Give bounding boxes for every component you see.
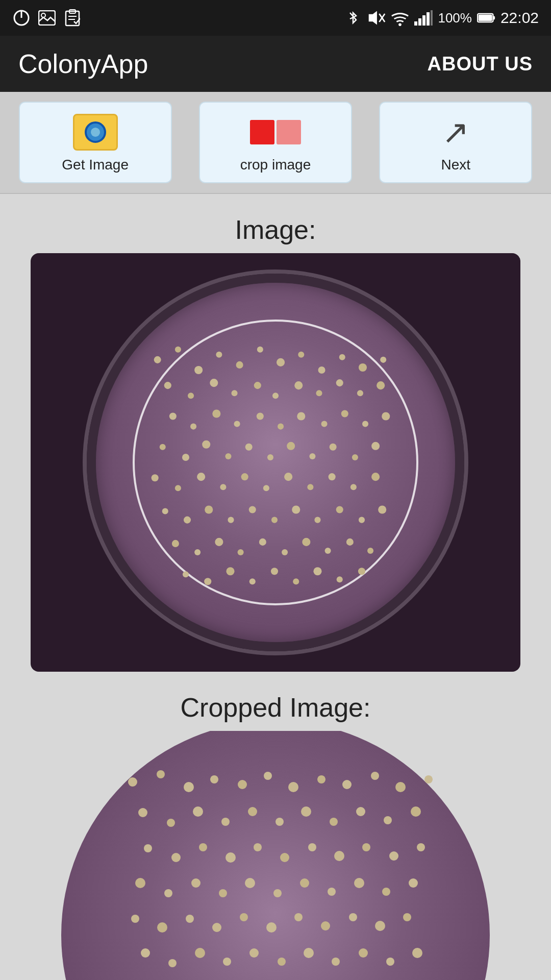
- get-image-button[interactable]: Get Image: [19, 102, 172, 183]
- svg-point-95: [346, 538, 354, 546]
- next-label: Next: [441, 157, 471, 173]
- svg-point-39: [316, 390, 322, 396]
- svg-point-51: [341, 410, 348, 417]
- svg-point-60: [287, 442, 295, 450]
- svg-point-132: [226, 852, 236, 863]
- svg-point-49: [297, 412, 305, 420]
- svg-point-156: [266, 922, 277, 933]
- svg-point-63: [352, 454, 358, 460]
- svg-point-112: [288, 782, 298, 792]
- svg-point-100: [249, 578, 256, 584]
- svg-point-115: [371, 772, 379, 780]
- status-bar-left: [12, 9, 82, 27]
- svg-point-155: [240, 913, 248, 921]
- svg-point-106: [128, 777, 137, 787]
- svg-point-61: [309, 453, 315, 459]
- svg-point-98: [204, 578, 211, 585]
- svg-rect-16: [431, 10, 433, 26]
- svg-rect-12: [414, 21, 417, 26]
- svg-rect-13: [418, 18, 421, 26]
- next-button[interactable]: ↗ Next: [379, 102, 532, 183]
- status-bar-right: 100% 22:02: [344, 9, 539, 27]
- svg-point-145: [273, 889, 282, 897]
- svg-point-125: [330, 818, 338, 826]
- svg-point-148: [354, 878, 364, 888]
- mute-icon: [367, 9, 386, 27]
- svg-point-121: [221, 818, 230, 826]
- svg-point-101: [271, 568, 278, 575]
- svg-point-157: [294, 913, 303, 921]
- svg-point-135: [308, 843, 316, 851]
- svg-point-140: [135, 878, 145, 888]
- battery-icon: [477, 9, 495, 27]
- svg-point-133: [254, 843, 262, 851]
- status-bar: 100% 22:02: [0, 0, 551, 36]
- svg-point-66: [175, 485, 181, 491]
- svg-point-35: [232, 390, 238, 396]
- svg-point-137: [362, 843, 370, 851]
- bluetooth-icon: [344, 9, 362, 27]
- svg-point-34: [210, 379, 218, 387]
- svg-point-136: [334, 851, 344, 861]
- svg-point-150: [409, 878, 418, 888]
- svg-point-151: [131, 915, 139, 923]
- svg-point-164: [195, 948, 205, 958]
- svg-point-163: [168, 959, 177, 967]
- svg-point-104: [337, 576, 343, 582]
- svg-point-110: [238, 780, 247, 789]
- svg-point-105: [358, 568, 365, 575]
- svg-point-139: [417, 843, 425, 851]
- svg-point-52: [362, 421, 368, 427]
- svg-point-22: [194, 366, 203, 374]
- svg-point-111: [264, 772, 272, 780]
- svg-point-130: [171, 853, 181, 862]
- svg-point-83: [314, 517, 320, 523]
- svg-point-89: [215, 538, 223, 546]
- battery-percentage: 100%: [438, 10, 472, 26]
- svg-point-97: [183, 571, 189, 577]
- colonies-svg: [96, 283, 455, 642]
- svg-point-69: [241, 473, 248, 480]
- svg-point-141: [164, 889, 172, 897]
- svg-rect-18: [493, 16, 495, 19]
- crop-image-button[interactable]: crop image: [199, 102, 352, 183]
- svg-point-80: [249, 506, 256, 513]
- svg-point-28: [318, 366, 325, 374]
- signal-icon: [414, 9, 433, 27]
- svg-point-81: [271, 517, 278, 523]
- image-icon: [38, 9, 56, 27]
- svg-point-119: [167, 819, 175, 827]
- svg-point-41: [357, 390, 363, 396]
- svg-point-53: [382, 412, 390, 420]
- svg-marker-8: [369, 12, 377, 23]
- svg-point-91: [259, 538, 266, 546]
- svg-point-169: [332, 958, 340, 966]
- svg-point-107: [157, 770, 165, 778]
- svg-point-165: [223, 958, 231, 966]
- svg-point-109: [210, 775, 218, 783]
- svg-point-36: [254, 382, 261, 389]
- svg-point-75: [371, 473, 380, 481]
- svg-point-94: [325, 548, 331, 554]
- cropped-colonies-svg: [61, 731, 490, 980]
- svg-point-149: [382, 888, 390, 896]
- svg-rect-14: [422, 15, 425, 26]
- svg-point-67: [197, 473, 205, 481]
- svg-point-96: [367, 548, 373, 554]
- svg-point-65: [152, 474, 159, 481]
- svg-point-20: [154, 356, 161, 363]
- svg-point-172: [412, 948, 422, 958]
- next-icon: ↗: [433, 112, 479, 153]
- svg-point-47: [257, 412, 264, 420]
- svg-point-46: [234, 421, 240, 427]
- wifi-icon: [391, 9, 409, 27]
- svg-point-127: [384, 816, 392, 824]
- about-us-button[interactable]: ABOUT US: [428, 53, 533, 75]
- svg-point-59: [267, 454, 273, 460]
- svg-rect-2: [39, 11, 55, 25]
- svg-point-84: [336, 506, 343, 513]
- svg-point-71: [284, 473, 292, 481]
- svg-point-122: [248, 807, 257, 816]
- svg-point-143: [219, 889, 227, 897]
- svg-point-33: [188, 393, 194, 399]
